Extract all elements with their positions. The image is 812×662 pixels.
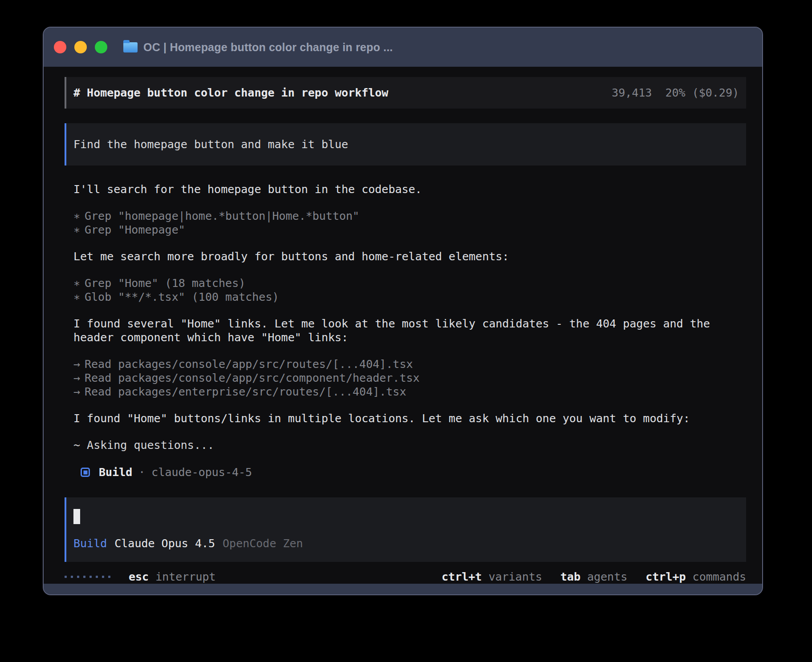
shortcut-commands: ctrl+p commands <box>646 570 746 584</box>
tool-call-group: →Read packages/console/app/src/routes/[.… <box>73 357 746 399</box>
tool-call-line: →Read packages/enterprise/src/routes/[..… <box>73 385 746 399</box>
window-bottom-edge <box>44 584 762 594</box>
tool-call-line: →Read packages/console/app/src/routes/[.… <box>73 357 746 371</box>
read-arrow-icon: → <box>73 371 85 385</box>
assistant-paragraph: Let me search more broadly for buttons a… <box>73 250 746 263</box>
user-message: Find the homepage button and make it blu… <box>65 123 746 166</box>
window-title: OC | Homepage button color change in rep… <box>143 41 393 54</box>
close-button[interactable] <box>54 41 66 53</box>
model-label: Claude Opus 4.5 <box>114 537 215 550</box>
tool-call-group: ∗Grep "homepage|home.*button|Home.*butto… <box>73 209 746 237</box>
input-status-row: Build Claude Opus 4.5 OpenCode Zen <box>73 537 739 550</box>
terminal-window: OC | Homepage button color change in rep… <box>43 27 763 595</box>
tool-call-group: ∗Grep "Home" (18 matches) ∗Glob "**/*.ts… <box>73 276 746 304</box>
assistant-paragraph: I found "Home" buttons/links in multiple… <box>73 412 746 425</box>
tool-done-icon: ∗ <box>73 276 85 290</box>
assistant-paragraph: I found several "Home" links. Let me loo… <box>73 317 746 344</box>
tool-call-text: Glob "**/*.tsx" (100 matches) <box>85 291 279 303</box>
esc-label: interrupt <box>155 570 215 584</box>
tool-call-text: Read packages/console/app/src/routes/[..… <box>85 358 413 371</box>
working-status: ~ Asking questions... <box>73 438 746 452</box>
tool-call-line: →Read packages/console/app/src/component… <box>73 371 746 385</box>
tool-call-line: ∗Grep "Homepage" <box>73 223 746 237</box>
token-count: 39,413 <box>612 86 652 100</box>
read-arrow-icon: → <box>73 357 85 371</box>
shortcut-key: tab <box>560 570 581 584</box>
screen: OC | Homepage button color change in rep… <box>0 0 812 662</box>
shortcut-agents: tab agents <box>560 570 627 584</box>
tool-call-line: ∗Grep "homepage|home.*button|Home.*butto… <box>73 209 746 223</box>
shortcut-variants: ctrl+t variants <box>442 570 542 584</box>
agent-build-icon <box>81 468 90 477</box>
esc-key: esc <box>129 570 149 584</box>
tool-done-icon: ∗ <box>73 290 85 304</box>
provider-label: OpenCode Zen <box>223 537 303 550</box>
text-cursor <box>73 509 80 524</box>
terminal-content: # Homepage button color change in repo w… <box>44 67 762 584</box>
shortcut-label: commands <box>693 570 746 584</box>
traffic-lights <box>54 41 107 53</box>
tool-call-text: Read packages/enterprise/src/routes/[...… <box>85 385 406 398</box>
tool-call-line: ∗Glob "**/*.tsx" (100 matches) <box>73 290 746 304</box>
tool-call-line: ∗Grep "Home" (18 matches) <box>73 276 746 290</box>
shortcut-label: variants <box>488 570 542 584</box>
tool-done-icon: ∗ <box>73 223 85 237</box>
zoom-button[interactable] <box>95 41 107 53</box>
assistant-paragraph: I'll search for the homepage button in t… <box>73 182 746 196</box>
context-usage: 20% ($0.29) <box>665 86 739 100</box>
tool-call-text: Grep "homepage|home.*button|Home.*button… <box>85 210 359 222</box>
statusbar-left: esc interrupt <box>65 570 216 584</box>
minimize-button[interactable] <box>74 41 87 53</box>
user-message-text: Find the homepage button and make it blu… <box>73 138 348 151</box>
tool-call-text: Read packages/console/app/src/component/… <box>85 371 420 384</box>
mode-label: Build <box>73 537 107 550</box>
tool-call-text: Grep "Home" (18 matches) <box>85 277 245 290</box>
prompt-input[interactable]: Build Claude Opus 4.5 OpenCode Zen <box>65 497 746 562</box>
session-header: # Homepage button color change in repo w… <box>65 77 746 109</box>
shortcut-interrupt: esc interrupt <box>129 570 216 584</box>
session-title: # Homepage button color change in repo w… <box>73 86 388 100</box>
tool-done-icon: ∗ <box>73 209 85 223</box>
agent-name: Build <box>99 465 132 479</box>
shortcut-label: agents <box>587 570 627 584</box>
spinner-dots-icon <box>65 576 110 578</box>
agent-model: claude-opus-4-5 <box>151 465 252 479</box>
statusbar: esc interrupt ctrl+t variants tab agents… <box>65 570 746 584</box>
titlebar: OC | Homepage button color change in rep… <box>44 28 762 67</box>
conversation: I'll search for the homepage button in t… <box>65 182 746 493</box>
shortcut-key: ctrl+t <box>442 570 482 584</box>
separator-dot: · <box>138 465 145 479</box>
shortcut-key: ctrl+p <box>646 570 686 584</box>
read-arrow-icon: → <box>73 385 85 399</box>
folder-icon <box>123 42 138 52</box>
tool-call-text: Grep "Homepage" <box>85 223 185 236</box>
agent-row: Build · claude-opus-4-5 <box>73 465 746 479</box>
session-stats: 39,413 20% ($0.29) <box>612 86 739 100</box>
statusbar-right: ctrl+t variants tab agents ctrl+p comman… <box>442 570 746 584</box>
